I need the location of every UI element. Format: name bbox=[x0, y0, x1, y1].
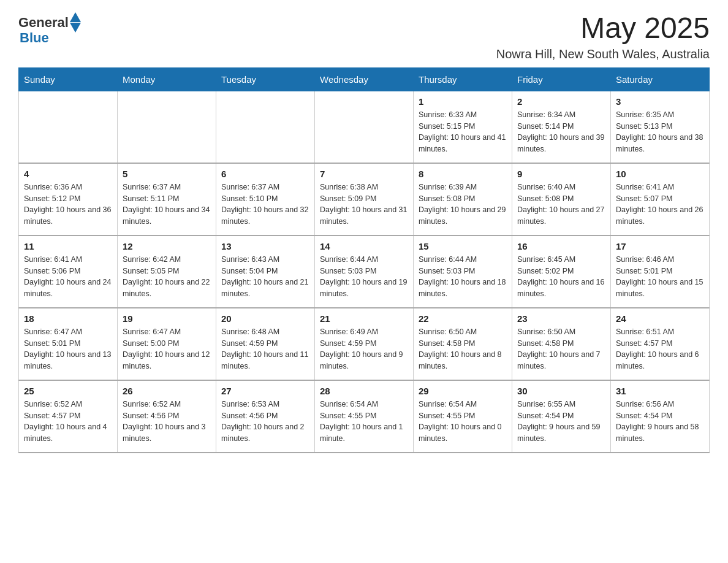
calendar-week-row: 4Sunrise: 6:36 AM Sunset: 5:12 PM Daylig… bbox=[19, 163, 710, 236]
day-number: 8 bbox=[419, 169, 507, 179]
calendar-cell: 1Sunrise: 6:33 AM Sunset: 5:15 PM Daylig… bbox=[414, 91, 512, 163]
day-number: 11 bbox=[24, 241, 112, 251]
day-info: Sunrise: 6:45 AM Sunset: 5:02 PM Dayligh… bbox=[517, 254, 605, 300]
calendar-cell: 9Sunrise: 6:40 AM Sunset: 5:08 PM Daylig… bbox=[512, 163, 611, 236]
calendar-header-friday: Friday bbox=[512, 67, 611, 91]
calendar-cell: 25Sunrise: 6:52 AM Sunset: 4:57 PM Dayli… bbox=[19, 380, 118, 453]
day-number: 10 bbox=[616, 169, 704, 179]
day-number: 16 bbox=[517, 241, 605, 251]
day-info: Sunrise: 6:52 AM Sunset: 4:57 PM Dayligh… bbox=[24, 399, 112, 445]
calendar-cell: 26Sunrise: 6:52 AM Sunset: 4:56 PM Dayli… bbox=[118, 380, 216, 453]
calendar-header-monday: Monday bbox=[118, 67, 216, 91]
logo-text-general: General bbox=[18, 15, 69, 31]
day-info: Sunrise: 6:42 AM Sunset: 5:05 PM Dayligh… bbox=[123, 254, 211, 300]
day-number: 14 bbox=[320, 241, 408, 251]
day-info: Sunrise: 6:47 AM Sunset: 5:01 PM Dayligh… bbox=[24, 326, 112, 372]
day-info: Sunrise: 6:46 AM Sunset: 5:01 PM Dayligh… bbox=[616, 254, 704, 300]
page-header: General Blue May 2025 Nowra Hill, New So… bbox=[18, 12, 710, 61]
calendar-cell bbox=[216, 91, 315, 163]
calendar-cell: 30Sunrise: 6:55 AM Sunset: 4:54 PM Dayli… bbox=[512, 380, 611, 453]
calendar-cell: 31Sunrise: 6:56 AM Sunset: 4:54 PM Dayli… bbox=[611, 380, 710, 453]
calendar-cell bbox=[118, 91, 216, 163]
calendar-cell: 4Sunrise: 6:36 AM Sunset: 5:12 PM Daylig… bbox=[19, 163, 118, 236]
day-number: 13 bbox=[221, 241, 309, 251]
day-number: 4 bbox=[24, 169, 112, 179]
calendar-cell: 24Sunrise: 6:51 AM Sunset: 4:57 PM Dayli… bbox=[611, 308, 710, 380]
day-info: Sunrise: 6:52 AM Sunset: 4:56 PM Dayligh… bbox=[123, 399, 211, 445]
calendar-cell: 20Sunrise: 6:48 AM Sunset: 4:59 PM Dayli… bbox=[216, 308, 315, 380]
calendar-week-row: 18Sunrise: 6:47 AM Sunset: 5:01 PM Dayli… bbox=[19, 308, 710, 380]
calendar-header-saturday: Saturday bbox=[611, 67, 710, 91]
calendar-cell: 19Sunrise: 6:47 AM Sunset: 5:00 PM Dayli… bbox=[118, 308, 216, 380]
day-number: 20 bbox=[221, 313, 309, 324]
calendar-header-tuesday: Tuesday bbox=[216, 67, 315, 91]
calendar-cell: 17Sunrise: 6:46 AM Sunset: 5:01 PM Dayli… bbox=[611, 236, 710, 308]
calendar-header-row: SundayMondayTuesdayWednesdayThursdayFrid… bbox=[19, 67, 710, 91]
logo-triangle-up bbox=[70, 12, 81, 22]
location-subtitle: Nowra Hill, New South Wales, Australia bbox=[496, 47, 710, 61]
calendar-cell: 13Sunrise: 6:43 AM Sunset: 5:04 PM Dayli… bbox=[216, 236, 315, 308]
day-info: Sunrise: 6:43 AM Sunset: 5:04 PM Dayligh… bbox=[221, 254, 309, 300]
calendar-header-sunday: Sunday bbox=[19, 67, 118, 91]
calendar-cell: 28Sunrise: 6:54 AM Sunset: 4:55 PM Dayli… bbox=[315, 380, 414, 453]
day-info: Sunrise: 6:55 AM Sunset: 4:54 PM Dayligh… bbox=[517, 399, 605, 445]
day-number: 23 bbox=[517, 313, 605, 324]
day-info: Sunrise: 6:53 AM Sunset: 4:56 PM Dayligh… bbox=[221, 399, 309, 445]
calendar-cell: 21Sunrise: 6:49 AM Sunset: 4:59 PM Dayli… bbox=[315, 308, 414, 380]
day-number: 30 bbox=[517, 386, 605, 396]
day-info: Sunrise: 6:33 AM Sunset: 5:15 PM Dayligh… bbox=[419, 109, 507, 155]
calendar-cell bbox=[19, 91, 118, 163]
calendar-cell: 11Sunrise: 6:41 AM Sunset: 5:06 PM Dayli… bbox=[19, 236, 118, 308]
calendar-cell: 7Sunrise: 6:38 AM Sunset: 5:09 PM Daylig… bbox=[315, 163, 414, 236]
day-number: 3 bbox=[616, 96, 704, 107]
day-number: 15 bbox=[419, 241, 507, 251]
calendar-header-wednesday: Wednesday bbox=[315, 67, 414, 91]
day-info: Sunrise: 6:41 AM Sunset: 5:06 PM Dayligh… bbox=[24, 254, 112, 300]
day-info: Sunrise: 6:40 AM Sunset: 5:08 PM Dayligh… bbox=[517, 182, 605, 228]
day-number: 18 bbox=[24, 313, 112, 324]
day-number: 9 bbox=[517, 169, 605, 179]
calendar-cell: 14Sunrise: 6:44 AM Sunset: 5:03 PM Dayli… bbox=[315, 236, 414, 308]
day-info: Sunrise: 6:37 AM Sunset: 5:11 PM Dayligh… bbox=[123, 182, 211, 228]
day-info: Sunrise: 6:35 AM Sunset: 5:13 PM Dayligh… bbox=[616, 109, 704, 155]
day-info: Sunrise: 6:38 AM Sunset: 5:09 PM Dayligh… bbox=[320, 182, 408, 228]
day-number: 21 bbox=[320, 313, 408, 324]
day-number: 24 bbox=[616, 313, 704, 324]
logo-text-blue: Blue bbox=[20, 30, 49, 46]
month-year-title: May 2025 bbox=[496, 12, 710, 45]
day-number: 31 bbox=[616, 386, 704, 396]
day-info: Sunrise: 6:48 AM Sunset: 4:59 PM Dayligh… bbox=[221, 326, 309, 372]
day-info: Sunrise: 6:56 AM Sunset: 4:54 PM Dayligh… bbox=[616, 399, 704, 445]
calendar-cell: 27Sunrise: 6:53 AM Sunset: 4:56 PM Dayli… bbox=[216, 380, 315, 453]
day-info: Sunrise: 6:51 AM Sunset: 4:57 PM Dayligh… bbox=[616, 326, 704, 372]
day-number: 12 bbox=[123, 241, 211, 251]
day-info: Sunrise: 6:47 AM Sunset: 5:00 PM Dayligh… bbox=[123, 326, 211, 372]
logo: General Blue bbox=[18, 12, 81, 46]
calendar-cell: 23Sunrise: 6:50 AM Sunset: 4:58 PM Dayli… bbox=[512, 308, 611, 380]
calendar-cell: 16Sunrise: 6:45 AM Sunset: 5:02 PM Dayli… bbox=[512, 236, 611, 308]
day-number: 28 bbox=[320, 386, 408, 396]
day-info: Sunrise: 6:44 AM Sunset: 5:03 PM Dayligh… bbox=[419, 254, 507, 300]
day-number: 6 bbox=[221, 169, 309, 179]
calendar-cell: 6Sunrise: 6:37 AM Sunset: 5:10 PM Daylig… bbox=[216, 163, 315, 236]
day-number: 5 bbox=[123, 169, 211, 179]
day-number: 2 bbox=[517, 96, 605, 107]
calendar-cell: 15Sunrise: 6:44 AM Sunset: 5:03 PM Dayli… bbox=[414, 236, 512, 308]
day-number: 17 bbox=[616, 241, 704, 251]
calendar-week-row: 11Sunrise: 6:41 AM Sunset: 5:06 PM Dayli… bbox=[19, 236, 710, 308]
day-number: 7 bbox=[320, 169, 408, 179]
day-number: 19 bbox=[123, 313, 211, 324]
calendar-cell bbox=[315, 91, 414, 163]
calendar-cell: 2Sunrise: 6:34 AM Sunset: 5:14 PM Daylig… bbox=[512, 91, 611, 163]
day-info: Sunrise: 6:36 AM Sunset: 5:12 PM Dayligh… bbox=[24, 182, 112, 228]
day-info: Sunrise: 6:34 AM Sunset: 5:14 PM Dayligh… bbox=[517, 109, 605, 155]
calendar-cell: 3Sunrise: 6:35 AM Sunset: 5:13 PM Daylig… bbox=[611, 91, 710, 163]
title-block: May 2025 Nowra Hill, New South Wales, Au… bbox=[496, 12, 710, 61]
day-info: Sunrise: 6:50 AM Sunset: 4:58 PM Dayligh… bbox=[419, 326, 507, 372]
calendar-cell: 22Sunrise: 6:50 AM Sunset: 4:58 PM Dayli… bbox=[414, 308, 512, 380]
calendar-cell: 29Sunrise: 6:54 AM Sunset: 4:55 PM Dayli… bbox=[414, 380, 512, 453]
logo-triangle-down bbox=[70, 23, 81, 33]
calendar-cell: 18Sunrise: 6:47 AM Sunset: 5:01 PM Dayli… bbox=[19, 308, 118, 380]
day-info: Sunrise: 6:39 AM Sunset: 5:08 PM Dayligh… bbox=[419, 182, 507, 228]
day-info: Sunrise: 6:41 AM Sunset: 5:07 PM Dayligh… bbox=[616, 182, 704, 228]
